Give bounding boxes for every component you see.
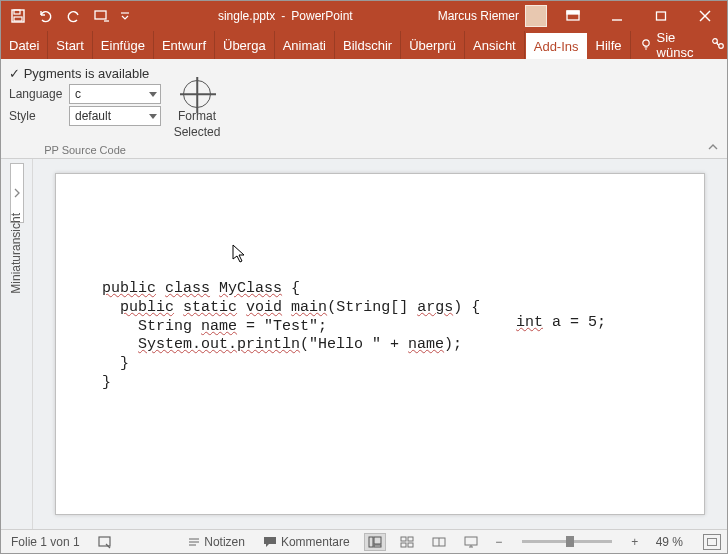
slideshow-view-button[interactable]	[460, 533, 482, 551]
ribbon-group-name: PP Source Code	[9, 141, 161, 156]
language-label: Language	[9, 87, 65, 101]
close-button[interactable]	[683, 1, 727, 31]
tab-uebergange[interactable]: Überga	[215, 31, 275, 59]
user-name: Marcus Riemer	[438, 9, 519, 23]
svg-rect-2	[14, 17, 22, 21]
titlebar: single.pptx - PowerPoint Marcus Riemer	[1, 1, 727, 31]
slide-editor[interactable]: public class MyClass { public static voi…	[33, 159, 727, 529]
code-text-side[interactable]: int a = 5;	[516, 314, 606, 331]
pygments-available-label: ✓ Pygments is available	[9, 63, 161, 83]
start-from-beginning-button[interactable]	[89, 2, 115, 30]
fit-to-window-button[interactable]	[703, 534, 721, 550]
document-filename: single.pptx	[218, 9, 275, 23]
ribbon: ✓ Pygments is available Language c Style…	[1, 59, 727, 159]
format-selected-button[interactable]: Format Selected	[169, 59, 225, 158]
slide-canvas[interactable]: public class MyClass { public static voi…	[55, 173, 705, 515]
svg-rect-25	[401, 543, 406, 547]
svg-rect-8	[657, 12, 666, 20]
tell-me-search[interactable]: Sie wünsc	[631, 31, 702, 59]
qat-customize-button[interactable]	[117, 2, 133, 30]
mouse-cursor-icon	[232, 244, 248, 264]
tab-start[interactable]: Start	[48, 31, 92, 59]
svg-rect-21	[374, 537, 381, 544]
svg-rect-24	[408, 537, 413, 541]
svg-rect-20	[369, 537, 373, 547]
tab-animationen[interactable]: Animati	[275, 31, 335, 59]
svg-rect-16	[99, 537, 110, 546]
ribbon-tabs: Datei Start Einfüge Entwurf Überga Anima…	[1, 31, 727, 59]
spellcheck-status[interactable]	[94, 535, 118, 549]
style-label: Style	[9, 109, 65, 123]
window-title: single.pptx - PowerPoint	[133, 9, 438, 23]
target-icon	[183, 80, 211, 108]
redo-button[interactable]	[61, 2, 87, 30]
style-combo-value: default	[75, 109, 111, 123]
thumbnail-pane-label: Miniaturansicht	[9, 207, 23, 300]
ribbon-display-options-button[interactable]	[551, 1, 595, 31]
slide-counter[interactable]: Folie 1 von 1	[7, 535, 84, 549]
notes-button[interactable]: Notizen	[184, 535, 249, 549]
tab-ueberpruefen[interactable]: Überprü	[401, 31, 465, 59]
share-button[interactable]: Teilen	[701, 31, 728, 59]
tab-bildschirm[interactable]: Bildschir	[335, 31, 401, 59]
svg-point-15	[719, 43, 724, 48]
reading-view-button[interactable]	[428, 533, 450, 551]
thumbnail-pane-collapsed: Miniaturansicht	[1, 159, 33, 529]
save-button[interactable]	[5, 2, 31, 30]
svg-point-11	[642, 39, 648, 45]
tab-ansicht[interactable]: Ansicht	[465, 31, 525, 59]
svg-rect-3	[95, 11, 106, 19]
code-text-main[interactable]: public class MyClass { public static voi…	[102, 280, 480, 393]
chevron-down-icon	[149, 92, 157, 97]
svg-rect-22	[374, 545, 381, 547]
app-name: PowerPoint	[291, 9, 352, 23]
normal-view-button[interactable]	[364, 533, 386, 551]
avatar	[525, 5, 547, 27]
zoom-in-button[interactable]: +	[628, 535, 642, 549]
maximize-button[interactable]	[639, 1, 683, 31]
language-combo-value: c	[75, 87, 81, 101]
share-icon	[711, 37, 725, 54]
language-combo[interactable]: c	[69, 84, 161, 104]
zoom-level[interactable]: 49 %	[652, 535, 687, 549]
work-area: Miniaturansicht public class MyClass { p…	[1, 159, 727, 529]
tab-entwurf[interactable]: Entwurf	[154, 31, 215, 59]
account-area[interactable]: Marcus Riemer	[438, 5, 551, 27]
minimize-button[interactable]	[595, 1, 639, 31]
zoom-slider-thumb[interactable]	[566, 536, 574, 547]
tab-datei[interactable]: Datei	[1, 31, 48, 59]
tab-hilfe[interactable]: Hilfe	[588, 31, 631, 59]
zoom-slider[interactable]	[522, 540, 612, 543]
lightbulb-icon	[639, 37, 653, 54]
undo-button[interactable]	[33, 2, 59, 30]
chevron-down-icon	[149, 114, 157, 119]
slide-sorter-view-button[interactable]	[396, 533, 418, 551]
svg-rect-6	[567, 11, 579, 14]
svg-rect-26	[408, 543, 413, 547]
comments-button[interactable]: Kommentare	[259, 535, 354, 549]
tab-addins[interactable]: Add-Ins	[525, 32, 588, 60]
quick-access-toolbar	[1, 2, 133, 30]
ribbon-group-ppsourcecode: ✓ Pygments is available Language c Style…	[1, 59, 169, 158]
svg-rect-23	[401, 537, 406, 541]
svg-rect-29	[465, 537, 477, 545]
zoom-out-button[interactable]: −	[492, 535, 506, 549]
collapse-ribbon-button[interactable]	[707, 142, 719, 154]
status-bar: Folie 1 von 1 Notizen Kommentare − + 49 …	[1, 529, 727, 553]
tab-einfuegen[interactable]: Einfüge	[93, 31, 154, 59]
style-combo[interactable]: default	[69, 106, 161, 126]
